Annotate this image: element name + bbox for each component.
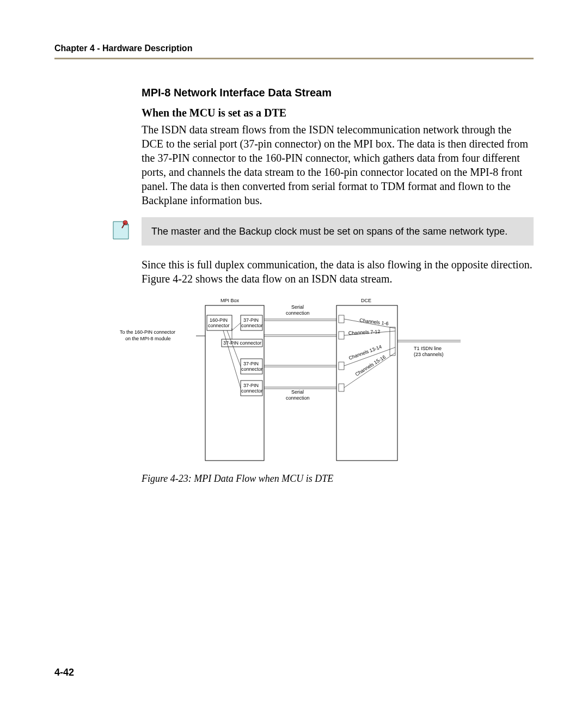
svg-text:connector: connector (241, 366, 263, 372)
svg-line-23 (227, 330, 241, 366)
svg-rect-40 (339, 332, 344, 339)
svg-text:Serial: Serial (291, 304, 304, 310)
mpi-data-flow-diagram: To the 160-PIN connector on the MPI-8 mo… (114, 296, 463, 464)
chapter-header: Chapter 4 - Hardware Description (54, 44, 534, 53)
header-divider (54, 58, 534, 59)
svg-text:Channels 15-16: Channels 15-16 (354, 354, 387, 377)
section-title: MPI-8 Network Interface Data Stream (142, 87, 534, 99)
note-block: The master and the Backup clock must be … (142, 217, 534, 246)
svg-text:37-PIN: 37-PIN (243, 361, 259, 366)
svg-text:160-PIN: 160-PIN (210, 317, 228, 323)
svg-text:MPI Box: MPI Box (220, 298, 240, 303)
svg-text:To the 160-PIN connector: To the 160-PIN connector (120, 329, 175, 335)
svg-rect-42 (339, 384, 344, 391)
svg-text:T1 ISDN line: T1 ISDN line (414, 346, 442, 351)
svg-rect-39 (339, 315, 344, 323)
svg-rect-41 (339, 362, 344, 370)
svg-text:connector: connector (208, 323, 230, 328)
svg-text:DCE: DCE (361, 298, 371, 303)
svg-text:on the MPI-8 module: on the MPI-8 module (125, 336, 171, 341)
svg-text:37-PIN connector: 37-PIN connector (223, 340, 261, 346)
figure-caption: Figure 4-23: MPI Data Flow when MCU is D… (142, 473, 534, 485)
paragraph: Since this is full duplex communication,… (142, 258, 534, 286)
svg-text:connection: connection (286, 395, 310, 401)
note-text: The master and the Backup clock must be … (142, 217, 534, 246)
svg-text:37-PIN: 37-PIN (243, 383, 259, 388)
svg-line-21 (232, 323, 241, 330)
page-number: 4-42 (54, 667, 74, 678)
svg-text:connector: connector (241, 323, 263, 328)
pinned-note-icon (109, 218, 133, 242)
svg-text:Channels 7-12: Channels 7-12 (348, 329, 381, 336)
svg-text:Serial: Serial (291, 389, 304, 395)
paragraph: The ISDN data stream flows from the ISDN… (142, 122, 534, 207)
svg-rect-38 (336, 305, 397, 461)
svg-text:(23 channels): (23 channels) (414, 352, 444, 357)
svg-text:connector: connector (241, 388, 263, 394)
svg-text:Channels 1-6: Channels 1-6 (359, 317, 389, 326)
sub-title: When the MCU is set as a DTE (142, 107, 534, 119)
svg-text:connection: connection (286, 310, 310, 316)
svg-text:37-PIN: 37-PIN (243, 317, 259, 323)
